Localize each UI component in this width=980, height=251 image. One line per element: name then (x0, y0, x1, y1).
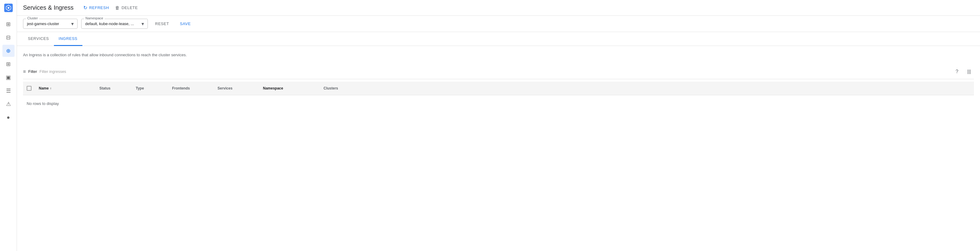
sidebar-item-config[interactable]: ☰ (2, 85, 14, 97)
sidebar-item-nodes[interactable]: ⊟ (2, 32, 14, 44)
th-type[interactable]: Type (132, 84, 169, 93)
sort-arrow-icon: ↑ (50, 87, 52, 90)
main-content: Services & Ingress ↻ REFRESH 🗑 DELETE Cl… (17, 0, 980, 251)
namespace-label: Namespace (84, 16, 105, 20)
filter-bar-left: ≡ Filter Filter ingresses (23, 69, 952, 74)
workloads-icon: ⊞ (6, 61, 11, 68)
config-icon: ☰ (6, 87, 11, 94)
save-button[interactable]: SAVE (176, 19, 194, 28)
th-status[interactable]: Status (96, 84, 132, 93)
filter-bar-right: ? ||| (952, 67, 974, 76)
namespace-select-wrapper: Namespace default, kube-node-lease, ... … (81, 19, 148, 29)
cluster-label: Cluster (26, 16, 39, 20)
sidebar-item-network[interactable]: ⊕ (2, 45, 14, 57)
cluster-select[interactable]: jest-games-cluster (23, 19, 78, 29)
sidebar-item-settings[interactable]: ● (2, 111, 14, 123)
app-logo[interactable] (3, 2, 14, 13)
ingress-filter-bar: ≡ Filter Filter ingresses ? ||| (23, 65, 974, 79)
cluster-select-wrapper: Cluster jest-games-cluster ▼ (23, 19, 78, 29)
filter-label: Filter (28, 69, 37, 74)
network-icon: ⊕ (6, 47, 11, 54)
columns-button[interactable]: ||| (964, 67, 974, 76)
tabs-bar: SERVICES INGRESS (17, 32, 980, 46)
sidebar-item-overview[interactable]: ⊞ (2, 18, 14, 30)
delete-button[interactable]: 🗑 DELETE (115, 5, 138, 10)
columns-icon: ||| (967, 69, 971, 74)
th-namespace[interactable]: Namespace (259, 84, 320, 93)
sidebar-item-storage[interactable]: ▣ (2, 71, 14, 84)
storage-icon: ▣ (6, 74, 11, 81)
delete-label: DELETE (121, 5, 138, 10)
ingress-table: Name ↑ Status Type Frontends Services Na… (23, 82, 974, 112)
refresh-label: REFRESH (89, 5, 109, 10)
sidebar-item-alerts[interactable]: ⚠ (2, 98, 14, 110)
sidebar: ⊞ ⊟ ⊕ ⊞ ▣ ☰ ⚠ ● (0, 0, 17, 251)
refresh-button[interactable]: ↻ REFRESH (83, 5, 109, 11)
overview-icon: ⊞ (6, 21, 11, 27)
th-services[interactable]: Services (214, 84, 259, 93)
tab-services[interactable]: SERVICES (23, 32, 54, 46)
reset-button[interactable]: RESET (151, 19, 173, 28)
ingress-description: An Ingress is a collection of rules that… (23, 52, 205, 58)
refresh-icon: ↻ (83, 5, 88, 11)
help-button[interactable]: ? (952, 67, 962, 76)
filter-icon: ≡ (23, 69, 26, 74)
nodes-icon: ⊟ (6, 34, 11, 41)
help-icon: ? (956, 69, 958, 74)
th-clusters[interactable]: Clusters (320, 84, 365, 93)
select-all-checkbox[interactable] (27, 86, 32, 91)
page-title: Services & Ingress (23, 4, 73, 11)
namespace-select[interactable]: default, kube-node-lease, ... (81, 19, 148, 29)
filter-input-placeholder[interactable]: Filter ingresses (40, 69, 66, 74)
table-header-row: Name ↑ Status Type Frontends Services Na… (23, 82, 974, 95)
svg-point-1 (8, 7, 10, 9)
filters-row: Cluster jest-games-cluster ▼ Namespace d… (17, 16, 980, 32)
page-header: Services & Ingress ↻ REFRESH 🗑 DELETE (17, 0, 980, 16)
alerts-icon: ⚠ (6, 101, 11, 107)
th-checkbox (23, 84, 35, 93)
ingress-content: An Ingress is a collection of rules that… (17, 46, 980, 251)
sidebar-item-workloads[interactable]: ⊞ (2, 58, 14, 70)
settings-icon: ● (7, 114, 10, 121)
delete-icon: 🗑 (115, 5, 120, 10)
th-name[interactable]: Name ↑ (35, 84, 96, 93)
th-frontends[interactable]: Frontends (169, 84, 214, 93)
empty-table-message: No rows to display (23, 95, 974, 112)
tab-ingress[interactable]: INGRESS (54, 32, 83, 46)
